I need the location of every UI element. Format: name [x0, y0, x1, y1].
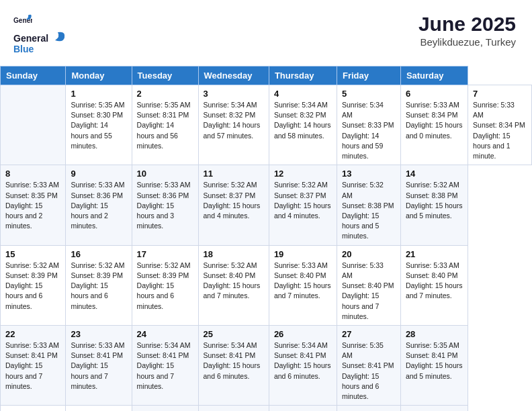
- day-number: 27: [342, 329, 396, 339]
- day-cell: 12Sunrise: 5:32 AMSunset: 8:37 PMDayligh…: [269, 165, 337, 245]
- week-row-2: 8Sunrise: 5:33 AMSunset: 8:35 PMDaylight…: [1, 165, 532, 245]
- day-info: Sunrise: 5:34 AMSunset: 8:32 PMDaylight:…: [274, 100, 332, 141]
- day-number: 3: [204, 89, 264, 99]
- week-row-1: 1Sunrise: 5:35 AMSunset: 8:30 PMDaylight…: [1, 85, 532, 165]
- title-block: June 2025 Beylikduezue, Turkey: [418, 12, 516, 48]
- day-number: 25: [204, 329, 264, 339]
- day-number: 19: [274, 249, 332, 259]
- day-number: 21: [406, 249, 463, 259]
- day-number: 6: [406, 89, 463, 99]
- weekday-header-wednesday: Wednesday: [198, 66, 269, 85]
- day-info: Sunrise: 5:33 AMSunset: 8:41 PMDaylight:…: [71, 340, 126, 392]
- day-number: 7: [473, 89, 527, 99]
- day-info: Sunrise: 5:35 AMSunset: 8:31 PMDaylight:…: [137, 100, 193, 151]
- weekday-header-row: SundayMondayTuesdayWednesdayThursdayFrid…: [1, 66, 532, 85]
- day-info: Sunrise: 5:33 AMSunset: 8:40 PMDaylight:…: [406, 261, 463, 302]
- day-cell: 11Sunrise: 5:32 AMSunset: 8:37 PMDayligh…: [198, 165, 269, 245]
- day-cell: 27Sunrise: 5:35 AMSunset: 8:41 PMDayligh…: [337, 325, 400, 405]
- day-number: 10: [137, 169, 193, 179]
- header: General General Blue June 2025 Beylikdue…: [0, 0, 532, 66]
- day-number: 23: [71, 329, 126, 339]
- day-number: 22: [5, 329, 60, 339]
- day-cell: 7Sunrise: 5:33 AMSunset: 8:34 PMDaylight…: [468, 85, 532, 165]
- day-info: Sunrise: 5:34 AMSunset: 8:33 PMDaylight:…: [342, 100, 396, 161]
- day-cell: 8Sunrise: 5:33 AMSunset: 8:35 PMDaylight…: [1, 165, 66, 245]
- day-info: Sunrise: 5:33 AMSunset: 8:36 PMDaylight:…: [137, 180, 193, 231]
- day-number: 11: [204, 169, 264, 179]
- day-cell: 26Sunrise: 5:34 AMSunset: 8:41 PMDayligh…: [269, 325, 337, 405]
- day-cell: 15Sunrise: 5:32 AMSunset: 8:39 PMDayligh…: [1, 245, 66, 325]
- day-cell: 6Sunrise: 5:33 AMSunset: 8:34 PMDaylight…: [400, 85, 468, 165]
- weekday-header-thursday: Thursday: [269, 66, 337, 85]
- day-cell: 3Sunrise: 5:34 AMSunset: 8:32 PMDaylight…: [198, 85, 269, 165]
- day-cell: 24Sunrise: 5:34 AMSunset: 8:41 PMDayligh…: [132, 325, 198, 405]
- day-cell: 1Sunrise: 5:35 AMSunset: 8:30 PMDaylight…: [66, 85, 132, 165]
- day-cell: 10Sunrise: 5:33 AMSunset: 8:36 PMDayligh…: [132, 165, 198, 245]
- calendar-table: SundayMondayTuesdayWednesdayThursdayFrid…: [0, 66, 532, 411]
- logo-icon: General: [13, 12, 32, 31]
- day-cell: 23Sunrise: 5:33 AMSunset: 8:41 PMDayligh…: [66, 325, 132, 405]
- weekday-header-sunday: Sunday: [1, 66, 66, 85]
- day-info: Sunrise: 5:32 AMSunset: 8:39 PMDaylight:…: [137, 261, 193, 312]
- day-number: 8: [5, 169, 60, 179]
- day-cell: [337, 406, 400, 411]
- day-cell: 5Sunrise: 5:34 AMSunset: 8:33 PMDaylight…: [337, 85, 400, 165]
- day-number: 9: [71, 169, 126, 179]
- day-number: 1: [71, 89, 126, 99]
- day-cell: 2Sunrise: 5:35 AMSunset: 8:31 PMDaylight…: [132, 85, 198, 165]
- day-number: 28: [406, 329, 463, 339]
- day-cell: 25Sunrise: 5:34 AMSunset: 8:41 PMDayligh…: [198, 325, 269, 405]
- svg-text:Blue: Blue: [13, 44, 34, 54]
- day-cell: 4Sunrise: 5:34 AMSunset: 8:32 PMDaylight…: [269, 85, 337, 165]
- location: Beylikduezue, Turkey: [418, 36, 516, 48]
- weekday-header-friday: Friday: [337, 66, 400, 85]
- day-info: Sunrise: 5:33 AMSunset: 8:41 PMDaylight:…: [5, 340, 60, 392]
- day-info: Sunrise: 5:32 AMSunset: 8:37 PMDaylight:…: [274, 180, 332, 221]
- day-info: Sunrise: 5:33 AMSunset: 8:34 PMDaylight:…: [406, 100, 463, 141]
- day-info: Sunrise: 5:33 AMSunset: 8:40 PMDaylight:…: [342, 261, 396, 322]
- day-cell: 30Sunrise: 5:36 AMSunset: 8:41 PMDayligh…: [66, 406, 132, 411]
- day-number: 24: [137, 329, 193, 339]
- day-cell: 28Sunrise: 5:35 AMSunset: 8:41 PMDayligh…: [400, 325, 468, 405]
- day-cell: [1, 85, 66, 165]
- day-number: 12: [274, 169, 332, 179]
- page: General General Blue June 2025 Beylikdue…: [0, 0, 532, 411]
- day-cell: [400, 406, 468, 411]
- day-number: 18: [204, 249, 264, 259]
- day-info: Sunrise: 5:32 AMSunset: 8:39 PMDaylight:…: [5, 261, 60, 312]
- day-number: 5: [342, 89, 396, 99]
- day-cell: 22Sunrise: 5:33 AMSunset: 8:41 PMDayligh…: [1, 325, 66, 405]
- day-cell: 21Sunrise: 5:33 AMSunset: 8:40 PMDayligh…: [400, 245, 468, 325]
- day-info: Sunrise: 5:32 AMSunset: 8:40 PMDaylight:…: [204, 261, 264, 302]
- day-info: Sunrise: 5:33 AMSunset: 8:40 PMDaylight:…: [274, 261, 332, 302]
- month-title: June 2025: [418, 12, 516, 36]
- day-cell: 18Sunrise: 5:32 AMSunset: 8:40 PMDayligh…: [198, 245, 269, 325]
- day-info: Sunrise: 5:32 AMSunset: 8:39 PMDaylight:…: [71, 261, 126, 312]
- day-info: Sunrise: 5:34 AMSunset: 8:32 PMDaylight:…: [204, 100, 264, 141]
- day-number: 14: [406, 169, 463, 179]
- day-number: 2: [137, 89, 193, 99]
- day-number: 4: [274, 89, 332, 99]
- day-cell: 17Sunrise: 5:32 AMSunset: 8:39 PMDayligh…: [132, 245, 198, 325]
- day-info: Sunrise: 5:35 AMSunset: 8:30 PMDaylight:…: [71, 100, 126, 151]
- logo: General General Blue: [13, 12, 67, 59]
- day-info: Sunrise: 5:33 AMSunset: 8:35 PMDaylight:…: [5, 180, 60, 231]
- day-info: Sunrise: 5:33 AMSunset: 8:34 PMDaylight:…: [473, 100, 527, 161]
- day-cell: 19Sunrise: 5:33 AMSunset: 8:40 PMDayligh…: [269, 245, 337, 325]
- day-info: Sunrise: 5:34 AMSunset: 8:41 PMDaylight:…: [204, 340, 264, 381]
- day-cell: [132, 406, 198, 411]
- weekday-header-saturday: Saturday: [400, 66, 468, 85]
- svg-text:General: General: [13, 33, 48, 44]
- day-cell: [198, 406, 269, 411]
- day-info: Sunrise: 5:34 AMSunset: 8:41 PMDaylight:…: [137, 340, 193, 392]
- weekday-header-tuesday: Tuesday: [132, 66, 198, 85]
- day-cell: 9Sunrise: 5:33 AMSunset: 8:36 PMDaylight…: [66, 165, 132, 245]
- day-cell: 14Sunrise: 5:32 AMSunset: 8:38 PMDayligh…: [400, 165, 468, 245]
- day-info: Sunrise: 5:35 AMSunset: 8:41 PMDaylight:…: [406, 340, 463, 381]
- weekday-header-monday: Monday: [66, 66, 132, 85]
- week-row-5: 29Sunrise: 5:36 AMSunset: 8:41 PMDayligh…: [1, 406, 532, 411]
- day-number: 17: [137, 249, 193, 259]
- day-info: Sunrise: 5:32 AMSunset: 8:38 PMDaylight:…: [342, 180, 396, 241]
- day-cell: [269, 406, 337, 411]
- day-number: 20: [342, 249, 396, 259]
